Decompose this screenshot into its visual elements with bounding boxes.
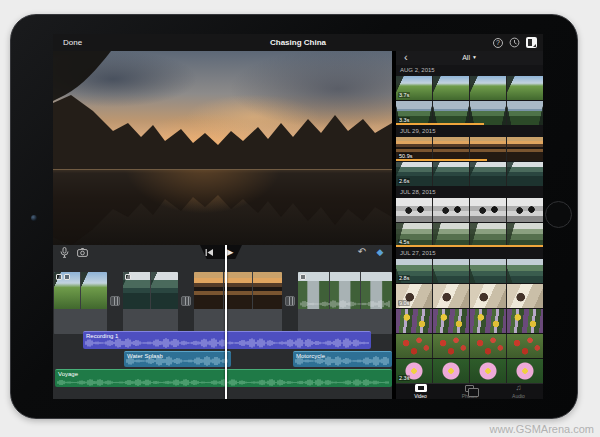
date-header: JUL 27, 2015 — [396, 248, 543, 259]
clip-badge — [300, 274, 306, 280]
library-clip[interactable] — [396, 309, 543, 333]
audio-track-recording[interactable]: Recording 1 — [83, 331, 371, 349]
ipad-body: Done Chasing China ? — [10, 14, 578, 419]
tab-audio[interactable]: ♫ Audio — [494, 384, 543, 399]
music-note-icon: ♫ — [516, 384, 522, 392]
top-bar-icons: ? — [493, 34, 537, 51]
water-reflection-line — [53, 169, 392, 170]
video-preview — [53, 51, 392, 245]
clock-icon[interactable] — [509, 37, 520, 48]
library-header: ‹ All ▼ — [396, 51, 543, 65]
timeline-clip-2[interactable] — [123, 272, 178, 334]
project-title: Chasing China — [53, 38, 543, 47]
used-indicator — [396, 159, 487, 161]
library-clip[interactable]: 9.0s — [396, 284, 543, 308]
date-header: JUL 29, 2015 — [396, 126, 543, 137]
microphone-icon[interactable] — [57, 246, 71, 258]
imovie-screen: Done Chasing China ? — [53, 34, 543, 399]
timeline-clip-3[interactable] — [194, 272, 282, 334]
timeline: Recording 1 Water Splash Motorcycle Voya… — [53, 259, 392, 399]
library-tab-bar: Video Photos ♫ Audio — [396, 383, 543, 399]
photos-icon — [465, 385, 474, 392]
skip-to-start-icon[interactable] — [202, 246, 216, 258]
audio-track-voyage[interactable]: Voyage — [55, 369, 392, 387]
filter-dropdown[interactable]: All ▼ — [396, 54, 543, 61]
library-clip[interactable]: 2.6s — [396, 162, 543, 186]
mountain-silhouette — [53, 51, 392, 245]
help-icon[interactable]: ? — [493, 38, 503, 48]
library-clip[interactable]: 3.7s — [396, 76, 543, 100]
playhead[interactable] — [225, 245, 227, 399]
library-clip[interactable]: 2.3s — [396, 359, 543, 383]
date-header: JUL 28, 2015 — [396, 187, 543, 198]
tab-photos[interactable]: Photos — [445, 384, 494, 399]
library-clip[interactable] — [396, 334, 543, 358]
transition-icon[interactable] — [181, 296, 191, 306]
transition-icon[interactable] — [285, 296, 295, 306]
share-icon[interactable] — [526, 37, 537, 48]
home-button[interactable] — [545, 201, 572, 228]
tab-video[interactable]: Video — [396, 384, 445, 399]
watermark: www.GSMArena.com — [489, 423, 594, 435]
clip-badge — [125, 274, 131, 280]
transition-icon[interactable] — [110, 296, 120, 306]
used-indicator — [396, 245, 543, 247]
audio-track-motorcycle[interactable]: Motorcycle — [293, 351, 392, 367]
audio-track-water-splash[interactable]: Water Splash — [124, 351, 231, 367]
timeline-toolbar: ▶ ↶ ◆ — [53, 245, 392, 259]
caret-down-icon: ▼ — [472, 54, 477, 60]
clip-audio-badge — [56, 274, 62, 280]
front-camera — [31, 215, 37, 221]
used-indicator — [396, 123, 484, 125]
undo-icon[interactable]: ↶ — [355, 246, 369, 258]
top-bar: Done Chasing China ? — [53, 34, 543, 51]
library-clip[interactable]: 4.5s — [396, 223, 543, 247]
library-clip[interactable]: 3.3s — [396, 101, 543, 125]
filmstrip-icon — [415, 384, 427, 392]
camera-icon[interactable] — [75, 246, 89, 258]
clip-speed-badge — [64, 274, 70, 280]
date-header: AUG 2, 2015 — [396, 65, 543, 76]
project-settings-icon[interactable]: ◆ — [373, 246, 387, 258]
library-clip[interactable]: 50.9s — [396, 137, 543, 161]
library-clip[interactable] — [396, 198, 543, 222]
timeline-clip-1[interactable] — [54, 272, 107, 334]
timeline-clip-4[interactable] — [298, 272, 392, 334]
media-library: ‹ All ▼ AUG 2, 2015 3.7s 3.3s JUL 29, 20… — [396, 51, 543, 399]
library-clip[interactable]: 2.8s — [396, 259, 543, 283]
